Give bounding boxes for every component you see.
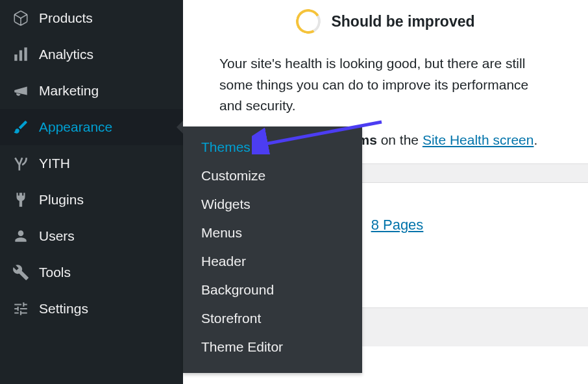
submenu-item-storefront[interactable]: Storefront (183, 304, 362, 333)
sidebar-item-settings[interactable]: Settings (0, 291, 183, 327)
submenu-item-theme-editor[interactable]: Theme Editor (183, 333, 362, 361)
yith-icon (12, 154, 30, 173)
sliders-icon (12, 300, 30, 318)
appearance-submenu: Themes Customize Widgets Menus Header Ba… (183, 126, 362, 373)
sidebar-item-products[interactable]: Products (0, 0, 183, 36)
site-health-description: Your site's health is looking good, but … (183, 53, 588, 130)
site-health-status: Should be improved (331, 13, 474, 30)
submenu-item-customize[interactable]: Customize (183, 162, 362, 190)
user-icon (12, 227, 30, 245)
sidebar-item-appearance[interactable]: Appearance (0, 109, 183, 145)
admin-sidebar: Products Analytics Marketing Appearance … (0, 0, 183, 384)
sidebar-item-label: Tools (39, 265, 71, 280)
sidebar-item-label: Products (39, 10, 93, 26)
site-health-screen-link[interactable]: Site Health screen (423, 132, 534, 147)
sidebar-item-label: Plugins (39, 192, 84, 208)
submenu-item-header[interactable]: Header (183, 247, 362, 276)
plug-icon (12, 191, 30, 209)
brush-icon (12, 118, 30, 136)
sidebar-item-yith[interactable]: YITH (0, 145, 183, 182)
progress-circle-icon (293, 6, 324, 37)
svg-rect-2 (19, 51, 22, 61)
sidebar-item-plugins[interactable]: Plugins (0, 182, 183, 218)
bar-chart-icon (12, 45, 30, 64)
box-icon (12, 9, 30, 27)
sidebar-item-label: Settings (39, 301, 88, 317)
sidebar-item-label: Marketing (39, 83, 99, 99)
site-health-header: Should be improved (183, 0, 588, 53)
sidebar-item-marketing[interactable]: Marketing (0, 73, 183, 109)
pages-count-link[interactable]: 8 Pages (371, 217, 424, 234)
sidebar-item-analytics[interactable]: Analytics (0, 36, 183, 73)
megaphone-icon (12, 82, 30, 100)
sidebar-item-label: YITH (39, 156, 70, 171)
submenu-item-widgets[interactable]: Widgets (183, 190, 362, 219)
submenu-item-background[interactable]: Background (183, 276, 362, 304)
submenu-item-themes[interactable]: Themes (183, 133, 362, 162)
submenu-item-menus[interactable]: Menus (183, 219, 362, 247)
wrench-icon (12, 263, 30, 282)
sidebar-item-users[interactable]: Users (0, 218, 183, 254)
sidebar-item-label: Users (39, 228, 75, 244)
sidebar-item-tools[interactable]: Tools (0, 254, 183, 291)
svg-rect-1 (14, 54, 17, 61)
sidebar-item-label: Analytics (39, 47, 93, 62)
svg-rect-3 (24, 47, 27, 61)
sidebar-item-label: Appearance (39, 119, 112, 135)
